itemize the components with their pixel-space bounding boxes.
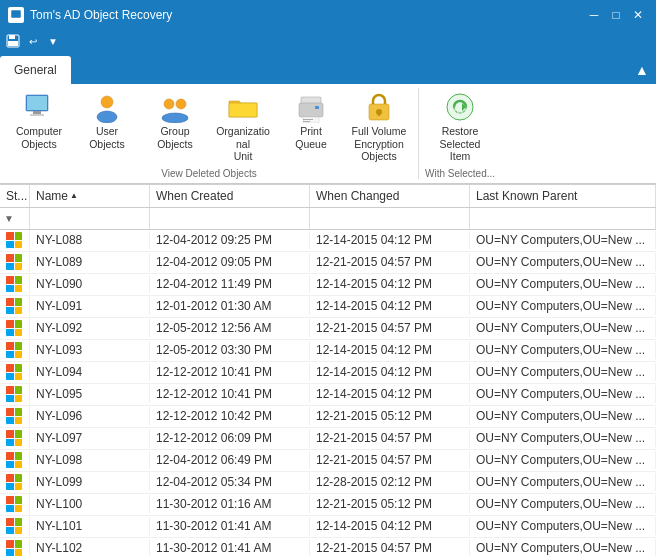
svg-rect-0 bbox=[11, 10, 21, 18]
column-header-created[interactable]: When Created bbox=[150, 185, 310, 207]
cell-parent-5: OU=NY Computers,OU=New ... bbox=[470, 341, 656, 359]
cell-changed-5: 12-14-2015 04:12 PM bbox=[310, 341, 470, 359]
table-row[interactable]: NY-L097 12-12-2012 06:09 PM 12-21-2015 0… bbox=[0, 428, 656, 450]
windows-flag-icon bbox=[6, 430, 22, 446]
table-header: St... Name When Created When Changed Las… bbox=[0, 185, 656, 208]
table-row[interactable]: NY-L100 11-30-2012 01:16 AM 12-21-2015 0… bbox=[0, 494, 656, 516]
cell-changed-4: 12-21-2015 04:57 PM bbox=[310, 319, 470, 337]
cell-parent-4: OU=NY Computers,OU=New ... bbox=[470, 319, 656, 337]
column-header-changed[interactable]: When Changed bbox=[310, 185, 470, 207]
table-row[interactable]: NY-L102 11-30-2012 01:41 AM 12-21-2015 0… bbox=[0, 538, 656, 556]
cell-created-9: 12-12-2012 06:09 PM bbox=[150, 429, 310, 447]
cell-status-2 bbox=[0, 274, 30, 294]
cell-status-12 bbox=[0, 494, 30, 514]
column-header-parent[interactable]: Last Known Parent bbox=[470, 185, 656, 207]
cell-name-4: NY-L092 bbox=[30, 319, 150, 337]
window-controls[interactable]: ─ □ ✕ bbox=[584, 5, 648, 25]
undo-button[interactable]: ↩ bbox=[24, 32, 42, 50]
svg-point-10 bbox=[101, 96, 113, 108]
cell-created-1: 12-04-2012 09:05 PM bbox=[150, 253, 310, 271]
user-icon bbox=[91, 91, 123, 123]
cell-created-0: 12-04-2012 09:25 PM bbox=[150, 231, 310, 249]
cell-parent-9: OU=NY Computers,OU=New ... bbox=[470, 429, 656, 447]
table-row[interactable]: NY-L101 11-30-2012 01:41 AM 12-14-2015 0… bbox=[0, 516, 656, 538]
svg-point-11 bbox=[97, 111, 117, 123]
cell-parent-1: OU=NY Computers,OU=New ... bbox=[470, 253, 656, 271]
folder-icon bbox=[227, 91, 259, 123]
svg-point-13 bbox=[176, 99, 186, 109]
cell-name-0: NY-L088 bbox=[30, 231, 150, 249]
column-header-status[interactable]: St... bbox=[0, 185, 30, 207]
cell-name-9: NY-L097 bbox=[30, 429, 150, 447]
cell-status-5 bbox=[0, 340, 30, 360]
svg-rect-8 bbox=[33, 111, 41, 114]
minimize-button[interactable]: ─ bbox=[584, 5, 604, 25]
table-body[interactable]: NY-L088 12-04-2012 09:25 PM 12-14-2015 0… bbox=[0, 230, 656, 556]
table-row[interactable]: NY-L091 12-01-2012 01:30 AM 12-14-2015 0… bbox=[0, 296, 656, 318]
column-header-name[interactable]: Name bbox=[30, 185, 150, 207]
cell-parent-10: OU=NY Computers,OU=New ... bbox=[470, 451, 656, 469]
qat-dropdown-button[interactable]: ▼ bbox=[44, 32, 62, 50]
table-row[interactable]: NY-L098 12-04-2012 06:49 PM 12-21-2015 0… bbox=[0, 450, 656, 472]
table-row[interactable]: NY-L090 12-04-2012 11:49 PM 12-14-2015 0… bbox=[0, 274, 656, 296]
table-row[interactable]: NY-L096 12-12-2012 10:42 PM 12-21-2015 0… bbox=[0, 406, 656, 428]
maximize-button[interactable]: □ bbox=[606, 5, 626, 25]
cell-created-10: 12-04-2012 06:49 PM bbox=[150, 451, 310, 469]
cell-parent-11: OU=NY Computers,OU=New ... bbox=[470, 473, 656, 491]
table-row[interactable]: NY-L089 12-04-2012 09:05 PM 12-21-2015 0… bbox=[0, 252, 656, 274]
svg-rect-24 bbox=[378, 112, 380, 116]
filter-row: ▼ bbox=[0, 208, 656, 230]
ribbon-tabs: General ▲ bbox=[0, 52, 656, 84]
fve-objects-button[interactable]: Full Volume Encryption Objects bbox=[346, 88, 412, 166]
table-row[interactable]: NY-L095 12-12-2012 10:41 PM 12-14-2015 0… bbox=[0, 384, 656, 406]
close-button[interactable]: ✕ bbox=[628, 5, 648, 25]
cell-status-11 bbox=[0, 472, 30, 492]
windows-flag-icon bbox=[6, 232, 22, 248]
cell-status-9 bbox=[0, 428, 30, 448]
tab-general[interactable]: General bbox=[0, 56, 71, 84]
windows-flag-icon bbox=[6, 276, 22, 292]
svg-rect-19 bbox=[315, 106, 319, 109]
ribbon-collapse-button[interactable]: ▲ bbox=[628, 56, 656, 84]
print-queue-button[interactable]: Print Queue bbox=[278, 88, 344, 158]
computer-objects-button[interactable]: Computer Objects bbox=[6, 88, 72, 158]
group-objects-button[interactable]: Group Objects bbox=[142, 88, 208, 158]
group-icon bbox=[159, 91, 191, 123]
org-unit-label: Organizational Unit bbox=[215, 125, 271, 163]
lock-icon bbox=[363, 91, 395, 123]
ribbon-group-items: Computer Objects User Objects bbox=[6, 88, 412, 166]
restore-selected-button[interactable]: Restore Selected Item bbox=[427, 88, 493, 166]
org-unit-button[interactable]: Organizational Unit bbox=[210, 88, 276, 166]
windows-flag-icon bbox=[6, 496, 22, 512]
user-objects-button[interactable]: User Objects bbox=[74, 88, 140, 158]
user-objects-label: User Objects bbox=[79, 125, 135, 150]
app-icon bbox=[8, 7, 24, 23]
filter-icon: ▼ bbox=[4, 213, 14, 224]
ribbon-content: Computer Objects User Objects bbox=[0, 84, 656, 184]
cell-created-13: 11-30-2012 01:41 AM bbox=[150, 517, 310, 535]
group-objects-label: Group Objects bbox=[157, 125, 193, 150]
table-row[interactable]: NY-L099 12-04-2012 05:34 PM 12-28-2015 0… bbox=[0, 472, 656, 494]
ribbon-group-with-selected: Restore Selected Item With Selected... bbox=[419, 88, 501, 179]
restore-icon bbox=[444, 91, 476, 123]
ribbon: General ▲ Computer Objects bbox=[0, 52, 656, 185]
cell-created-7: 12-12-2012 10:41 PM bbox=[150, 385, 310, 403]
cell-changed-2: 12-14-2015 04:12 PM bbox=[310, 275, 470, 293]
table-row[interactable]: NY-L092 12-05-2012 12:56 AM 12-21-2015 0… bbox=[0, 318, 656, 340]
table-row[interactable]: NY-L088 12-04-2012 09:25 PM 12-14-2015 0… bbox=[0, 230, 656, 252]
title-bar-left: Tom's AD Object Recovery bbox=[8, 7, 172, 23]
svg-rect-20 bbox=[303, 119, 313, 120]
cell-name-14: NY-L102 bbox=[30, 539, 150, 556]
table-row[interactable]: NY-L094 12-12-2012 10:41 PM 12-14-2015 0… bbox=[0, 362, 656, 384]
svg-point-12 bbox=[164, 99, 174, 109]
table-row[interactable]: NY-L093 12-05-2012 03:30 PM 12-14-2015 0… bbox=[0, 340, 656, 362]
computer-icon bbox=[23, 91, 55, 123]
cell-created-12: 11-30-2012 01:16 AM bbox=[150, 495, 310, 513]
windows-flag-icon bbox=[6, 474, 22, 490]
cell-created-5: 12-05-2012 03:30 PM bbox=[150, 341, 310, 359]
cell-name-7: NY-L095 bbox=[30, 385, 150, 403]
save-button[interactable] bbox=[4, 32, 22, 50]
svg-rect-21 bbox=[303, 121, 310, 122]
windows-flag-icon bbox=[6, 298, 22, 314]
cell-name-1: NY-L089 bbox=[30, 253, 150, 271]
